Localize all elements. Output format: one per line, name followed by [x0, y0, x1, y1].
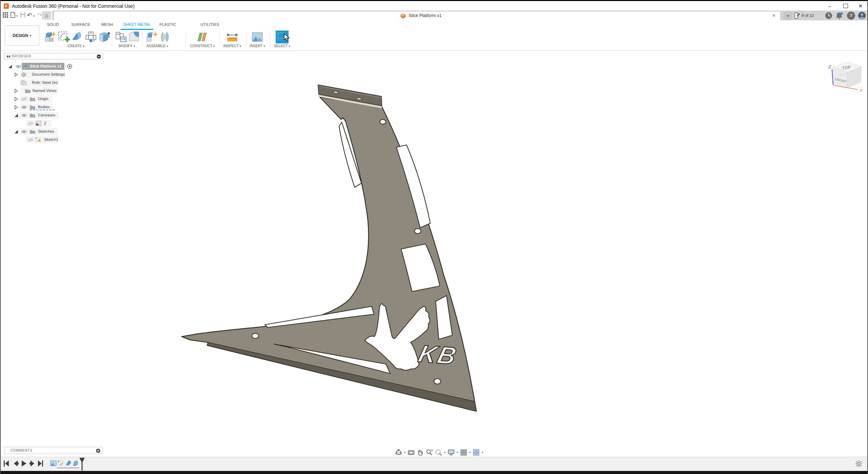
next-feature-button[interactable]: [29, 460, 35, 467]
orbit-icon[interactable]: [395, 449, 402, 456]
tree-label[interactable]: Document Settings: [32, 72, 65, 76]
flange-icon[interactable]: [71, 31, 83, 43]
zoom-icon[interactable]: [426, 449, 433, 456]
tab-plastic[interactable]: PLASTIC: [159, 22, 176, 26]
corner-bend-icon[interactable]: [128, 31, 140, 43]
modify-group-label[interactable]: MODIFY ▾: [119, 44, 135, 48]
grid-display-caret[interactable]: ▾: [469, 451, 471, 454]
file-menu-icon[interactable]: [11, 12, 15, 18]
fit-caret[interactable]: ▾: [444, 451, 446, 454]
expander-expanded-icon[interactable]: [14, 130, 18, 134]
assemble-group-label[interactable]: ASSEMBLE ▾: [146, 44, 168, 48]
tree-label[interactable]: Rule: Steel (in): [32, 80, 58, 84]
tree-label[interactable]: Sketch1: [44, 137, 58, 141]
document-tab[interactable]: Stick Platform v1 ✕: [54, 12, 780, 20]
measure-icon[interactable]: [226, 31, 238, 43]
timeline-sketch-feature[interactable]: [58, 460, 64, 467]
tree-label[interactable]: 2: [44, 121, 46, 125]
tab-utilities[interactable]: UTILITIES: [200, 22, 219, 26]
timeline-canvas-feature[interactable]: [50, 460, 57, 467]
eye-hidden-icon[interactable]: [28, 138, 33, 142]
versions-edit-icon[interactable]: [794, 13, 800, 19]
eye-visible-icon[interactable]: [21, 105, 27, 109]
eye-visible-icon[interactable]: [16, 64, 21, 69]
timeline-marker[interactable]: [79, 458, 85, 471]
insert-group-label[interactable]: INSERT ▾: [250, 44, 265, 48]
pan-icon[interactable]: [417, 449, 424, 456]
expander-collapsed-icon[interactable]: [15, 89, 18, 93]
notification-bell-icon[interactable]: [835, 12, 844, 20]
tree-label[interactable]: Canvases: [38, 113, 55, 117]
user-avatar[interactable]: [858, 12, 866, 20]
eye-visible-icon[interactable]: [21, 130, 27, 134]
create-sketch-icon[interactable]: [58, 31, 70, 43]
display-settings-caret[interactable]: ▾: [457, 451, 458, 454]
tree-label[interactable]: Bodies: [38, 105, 50, 109]
create-group-label[interactable]: CREATE ▾: [67, 44, 84, 48]
tab-close-icon[interactable]: ✕: [772, 13, 775, 18]
inspect-group-label[interactable]: INSPECT ▾: [223, 44, 241, 48]
tree-label[interactable]: Named Views: [33, 89, 57, 93]
viewports-caret[interactable]: ▾: [482, 451, 483, 454]
eye-hidden-icon[interactable]: [28, 121, 33, 126]
insert-image-icon[interactable]: [251, 31, 263, 43]
convert-to-sheet-metal-icon[interactable]: [98, 31, 111, 43]
eye-hidden-icon[interactable]: [21, 97, 27, 101]
tab-mesh[interactable]: MESH: [101, 22, 113, 26]
activate-component-radio[interactable]: [67, 64, 72, 69]
new-tab-button[interactable]: +: [784, 12, 792, 20]
app-launcher-grid-icon[interactable]: [3, 12, 8, 18]
assemble-component-icon[interactable]: [146, 31, 158, 43]
remove-panel-icon[interactable]: [97, 54, 101, 59]
joint-icon[interactable]: [159, 31, 171, 43]
add-comment-icon[interactable]: [96, 449, 100, 453]
previous-feature-button[interactable]: [13, 460, 19, 467]
tree-label[interactable]: Stick Platform v1: [30, 64, 61, 68]
version-badge[interactable]: 9 of 10: [802, 13, 814, 18]
tree-label[interactable]: Sketches: [38, 129, 54, 133]
orbit-caret[interactable]: ▾: [404, 451, 406, 454]
grid-display-icon[interactable]: [460, 449, 467, 456]
collapse-panel-icon[interactable]: [6, 55, 11, 58]
expander-collapsed-icon[interactable]: [15, 73, 18, 77]
fit-icon[interactable]: [435, 449, 442, 456]
construct-group-label[interactable]: CONSTRUCT ▾: [190, 44, 215, 48]
expander-collapsed-icon[interactable]: [15, 97, 18, 101]
home-view-button[interactable]: ⌂: [42, 11, 51, 20]
viewport-canvas[interactable]: KB: [1, 51, 868, 474]
minimize-button[interactable]: –: [825, 3, 835, 9]
save-icon[interactable]: [20, 12, 25, 17]
help-icon[interactable]: ?: [847, 12, 855, 20]
construct-plane-icon[interactable]: [196, 31, 209, 43]
tab-sheet-metal[interactable]: SHEET METAL: [123, 22, 151, 26]
tab-solid[interactable]: SOLID: [47, 22, 59, 26]
select-group-label[interactable]: SELECT ▾: [274, 44, 290, 48]
viewcube[interactable]: TOP FRONT Z X: [826, 54, 868, 97]
comments-panel-header[interactable]: COMMENTS: [4, 447, 102, 454]
timeline-flange-feature[interactable]: [73, 460, 79, 467]
expander-expanded-icon[interactable]: [14, 113, 18, 117]
look-at-icon[interactable]: [408, 449, 415, 456]
close-button[interactable]: ✕: [855, 3, 866, 9]
undo-icon[interactable]: ↶: [25, 11, 34, 19]
expander-collapsed-icon[interactable]: [15, 105, 18, 109]
flat-pattern-icon[interactable]: [85, 31, 97, 43]
unfold-icon[interactable]: [115, 31, 127, 43]
tab-surface[interactable]: SURFACE: [71, 22, 90, 26]
timeline-flange-feature[interactable]: [65, 460, 72, 467]
go-to-end-button[interactable]: [37, 460, 43, 467]
expander-expanded-icon[interactable]: [8, 64, 12, 69]
file-menu-caret[interactable]: ▾: [16, 14, 18, 18]
maximize-button[interactable]: [843, 4, 848, 8]
browser-panel-header[interactable]: BROWSER: [4, 53, 103, 59]
tree-label[interactable]: Origin: [38, 97, 48, 101]
undo-caret[interactable]: ▾: [33, 14, 35, 18]
viewports-icon[interactable]: [473, 449, 480, 456]
eye-visible-icon[interactable]: [21, 113, 27, 117]
display-settings-icon[interactable]: [448, 449, 455, 456]
play-button[interactable]: [21, 460, 27, 467]
go-to-start-button[interactable]: [3, 460, 9, 467]
new-component-icon[interactable]: [44, 31, 56, 43]
timeline-settings-gear-icon[interactable]: [855, 460, 863, 468]
workspace-switcher[interactable]: DESIGN▾: [5, 25, 39, 46]
